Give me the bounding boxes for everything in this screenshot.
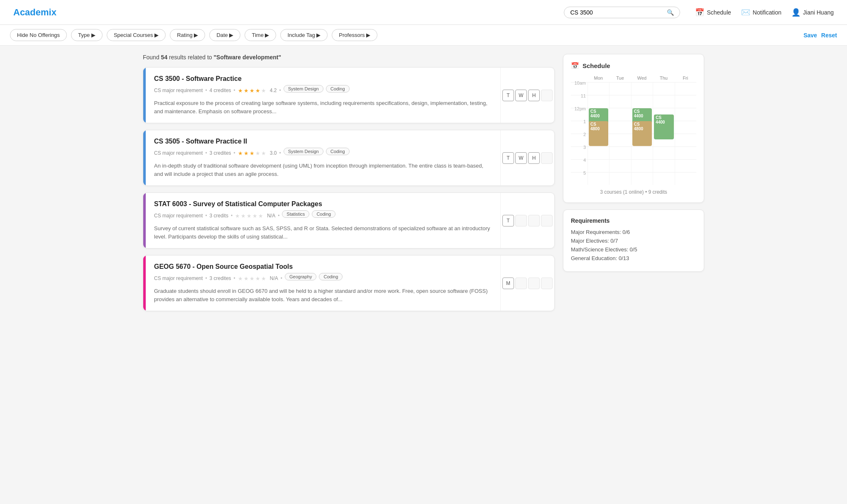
schedule-title-text: Schedule [583, 62, 610, 69]
cell-fri-10 [675, 83, 696, 95]
course-stars: ★ ★ ★ ★ ★ [238, 88, 266, 94]
req-major: Major Requirements: 0/6 [571, 229, 696, 235]
course-description: Practical exposure to the process of cre… [154, 99, 492, 115]
day-empty3 [541, 215, 553, 226]
cell-tue-12 [609, 108, 631, 121]
day-T: T [502, 152, 514, 164]
days-grid: T W H [502, 90, 553, 101]
course-description: An in-depth study of traditional softwar… [154, 162, 492, 178]
day-H: H [528, 152, 540, 164]
course-card-geog5670[interactable]: GEOG 5670 - Open Source Geospatial Tools… [143, 255, 555, 311]
filter-date[interactable]: Date ▶ [209, 29, 240, 41]
filter-type[interactable]: Type ▶ [71, 29, 103, 41]
cell-wed-11 [631, 95, 653, 108]
cell-fri-12 [675, 108, 696, 121]
cell-fri-5 [675, 173, 696, 185]
cell-wed-1: CS4800 [631, 121, 653, 134]
card-days: T [500, 193, 554, 248]
day-fri: Fri [675, 75, 696, 80]
course-card-cs3500[interactable]: CS 3500 - Software Practice CS major req… [143, 67, 555, 123]
course-req: CS major requirement [154, 213, 203, 219]
filter-include-tag[interactable]: Include Tag ▶ [280, 29, 328, 41]
course-description: Survey of current statistical software s… [154, 224, 492, 241]
schedule-label: Schedule [707, 9, 731, 16]
cell-wed-12: CS4400 [631, 108, 653, 121]
course-name: - Open Source Geospatial Tools [193, 263, 293, 270]
block-cs4800-mon[interactable]: CS4800 [589, 121, 608, 146]
time-row-12pm: 12pm CS4400 CS4400 CS4400 [571, 108, 696, 121]
day-wed: Wed [631, 75, 653, 80]
search-bar[interactable]: 🔍 [564, 7, 680, 18]
notification-action[interactable]: ✉️ Notification [741, 8, 781, 17]
cell-mon-3 [588, 147, 609, 159]
tag-geography: Geography [285, 273, 316, 280]
tag-coding: Coding [319, 273, 343, 280]
cell-thu-12: CS4400 [653, 108, 674, 121]
course-req: CS major requirement [154, 150, 203, 156]
course-card-cs3505[interactable]: CS 3505 - Software Practice II CS major … [143, 130, 555, 186]
cell-tue-11 [609, 95, 631, 108]
schedule-action[interactable]: 📅 Schedule [695, 8, 731, 17]
reset-button[interactable]: Reset [821, 32, 837, 39]
filter-special-courses[interactable]: Special Courses ▶ [107, 29, 166, 41]
results-section: Found 54 results related to "Software de… [143, 54, 555, 318]
cell-tue-4 [609, 160, 631, 172]
course-tags: System Design Coding [284, 85, 350, 93]
time-5: 5 [571, 170, 588, 185]
course-rating: N/A [267, 213, 275, 219]
user-icon: 👤 [791, 8, 800, 17]
search-input[interactable] [570, 9, 664, 16]
time-row-5: 5 [571, 172, 696, 185]
cell-tue-3 [609, 147, 631, 159]
filter-rating[interactable]: Rating ▶ [170, 29, 205, 41]
course-card-stat6003[interactable]: STAT 6003 - Survey of Statistical Comput… [143, 192, 555, 248]
search-button[interactable]: 🔍 [667, 9, 674, 16]
day-thu: Thu [653, 75, 674, 80]
cell-tue-10 [609, 83, 631, 95]
course-name: - Software Practice II [182, 138, 247, 145]
course-credits: 3 credits [210, 213, 228, 219]
time-row-11: 11 [571, 95, 696, 108]
course-stars: ★ ★ ★ ★ ★ [235, 213, 263, 219]
block-cs4400-thu[interactable]: CS4400 [654, 114, 673, 139]
course-rating: 4.2 [270, 88, 277, 93]
cell-mon-12: CS4400 [588, 108, 609, 121]
save-button[interactable]: Save [803, 32, 817, 39]
filter-hide-no-offerings[interactable]: Hide No Offerings [10, 29, 67, 41]
header-actions: 📅 Schedule ✉️ Notification 👤 Jiani Huang [695, 8, 834, 17]
cell-thu-10 [653, 83, 674, 95]
main-layout: Found 54 results related to "Software de… [133, 46, 714, 326]
day-empty1 [515, 278, 527, 289]
filter-professors[interactable]: Professors ▶ [332, 29, 377, 41]
requirements-box: Requirements Major Requirements: 0/6 Maj… [563, 209, 704, 272]
course-tags: Statistics Coding [282, 210, 335, 218]
user-action[interactable]: 👤 Jiani Huang [791, 8, 834, 17]
course-title: CS 3505 - Software Practice II [154, 138, 492, 145]
day-empty [541, 90, 553, 101]
course-tags: Geography Coding [285, 273, 343, 280]
day-H: H [528, 90, 540, 101]
day-M: M [502, 278, 514, 289]
day-empty3 [541, 278, 553, 289]
tag-coding: Coding [326, 148, 350, 155]
course-stars: ★ ★ ★ ★ ★ [238, 275, 266, 282]
cell-wed-10 [631, 83, 653, 95]
cell-mon-11 [588, 95, 609, 108]
day-empty [541, 152, 553, 164]
requirements-title: Requirements [571, 217, 696, 224]
cell-wed-4 [631, 160, 653, 172]
block-cs4800-wed[interactable]: CS4800 [632, 121, 652, 146]
filter-time[interactable]: Time ▶ [245, 29, 276, 41]
course-rating: N/A [270, 275, 278, 281]
cell-tue-1 [609, 121, 631, 134]
course-meta: CS major requirement • 3 credits • ★ ★ ★… [154, 210, 492, 221]
cell-fri-2 [675, 134, 696, 146]
course-code: GEOG 5670 [154, 263, 191, 270]
cell-fri-3 [675, 147, 696, 159]
cell-fri-1 [675, 121, 696, 134]
schedule-title: 📅 Schedule [571, 62, 696, 70]
card-body: GEOG 5670 - Open Source Geospatial Tools… [146, 256, 500, 311]
day-T: T [502, 90, 514, 101]
cell-tue-5 [609, 173, 631, 185]
card-days: T W H [500, 130, 554, 185]
